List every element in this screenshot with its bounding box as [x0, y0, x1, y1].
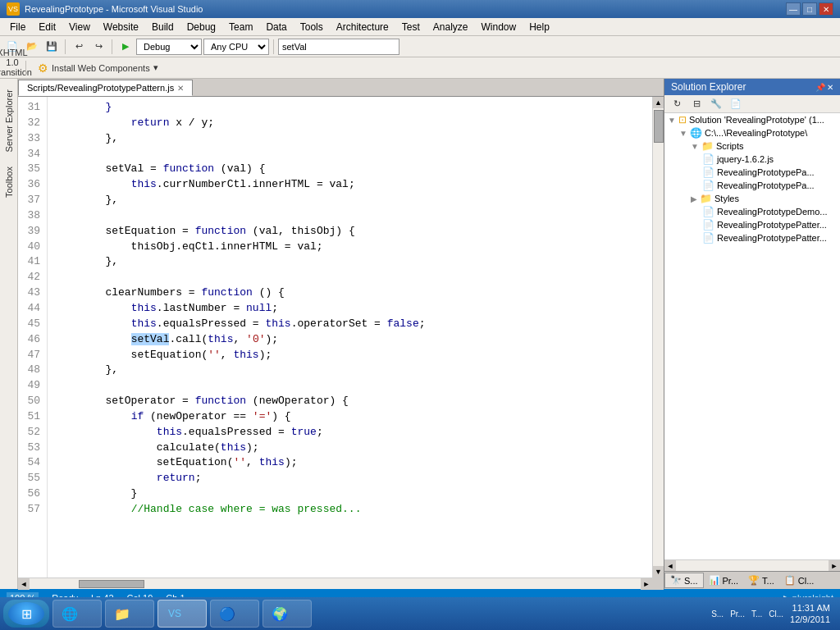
sep4 [25, 61, 26, 75]
xhtml-btn[interactable]: XHTML 1.0 Transition ▾ [3, 59, 21, 77]
scroll-left-btn[interactable]: ◄ [18, 578, 30, 590]
vs-taskbar-btn[interactable]: VS [158, 600, 207, 628]
close-button[interactable]: ✕ [819, 2, 833, 16]
circle-taskbar-btn[interactable]: 🔵 [210, 600, 259, 628]
editor-container: Scripts/RevealingPrototypePattern.js ✕ 3… [18, 79, 664, 589]
horizontal-scrollbar[interactable]: ◄ ► [18, 578, 664, 589]
redo-btn[interactable]: ↪ [89, 38, 107, 56]
cl-tab-label: Cl... [798, 576, 815, 586]
se-close-btn[interactable]: ✕ [827, 83, 833, 92]
se-show-files-btn[interactable]: 📄 [727, 95, 745, 113]
tray-icon-4[interactable]: Cl... [769, 609, 783, 619]
maximize-button[interactable]: □ [802, 2, 817, 16]
scroll-up-btn[interactable]: ▲ [653, 97, 664, 108]
tray-icon-3[interactable]: T... [751, 609, 762, 619]
solution-label: Solution 'RevealingPrototype' (1... [689, 115, 824, 125]
menu-debug[interactable]: Debug [180, 20, 222, 34]
menu-build[interactable]: Build [145, 20, 180, 34]
se-refresh-btn[interactable]: ↻ [668, 95, 686, 113]
menu-data[interactable]: Data [259, 20, 293, 34]
scripts-label: Scripts [716, 141, 744, 151]
scroll-thumb[interactable] [654, 110, 664, 143]
se-scrollbar[interactable]: ◄ ► [664, 559, 840, 571]
scroll-right-btn[interactable]: ► [641, 578, 652, 590]
sep3 [273, 39, 274, 54]
menu-help[interactable]: Help [523, 20, 556, 34]
scroll-down-btn[interactable]: ▼ [653, 566, 664, 578]
ie-taskbar-btn[interactable]: 🌐 [52, 600, 102, 628]
tab-filename: Scripts/RevealingPrototypePattern.js [27, 83, 174, 93]
jquery-file[interactable]: 📄 jquery-1.6.2.js [664, 153, 840, 166]
ie-icon: 🌐 [62, 605, 78, 622]
window-controls[interactable]: — □ ✕ [786, 2, 833, 16]
save-btn[interactable]: 💾 [43, 38, 61, 56]
vs-taskbar-icon: VS [167, 605, 183, 622]
se-header: Solution Explorer 📌 ✕ [664, 79, 840, 95]
project-node[interactable]: ▼ 🌐 C:\...\RevealingPrototype\ [664, 126, 840, 139]
system-clock[interactable]: 11:31 AM 12/9/2011 [790, 602, 837, 626]
revealing1-label: RevealingPrototypePa... [717, 167, 815, 177]
pr-tab[interactable]: 📊 Pr... [704, 573, 744, 587]
solution-node[interactable]: ▼ ⊡ Solution 'RevealingPrototype' (1... [664, 113, 840, 126]
style-file1[interactable]: 📄 RevealingPrototypeDemo... [664, 205, 840, 218]
t-tab-label: T... [762, 576, 774, 586]
se-properties-btn[interactable]: 🔧 [707, 95, 725, 113]
active-tab[interactable]: Scripts/RevealingPrototypePattern.js ✕ [18, 80, 193, 96]
menu-analyze[interactable]: Analyze [427, 20, 475, 34]
se-header-buttons[interactable]: 📌 ✕ [815, 83, 833, 92]
style-file3[interactable]: 📄 RevealingPrototypePatter... [664, 231, 840, 244]
sep1 [65, 39, 66, 54]
menu-tools[interactable]: Tools [294, 20, 330, 34]
tray-icon-1[interactable]: S... [711, 609, 724, 619]
se-tab[interactable]: 🔭 S... [664, 573, 704, 588]
clock-time: 11:31 AM [790, 602, 830, 614]
platform-select[interactable]: Any CPU x86 x64 [203, 39, 269, 55]
install-icon: ⚙ [38, 62, 48, 75]
undo-btn[interactable]: ↩ [70, 38, 88, 56]
menu-view[interactable]: View [62, 20, 97, 34]
menu-website[interactable]: Website [97, 20, 145, 34]
menu-team[interactable]: Team [222, 20, 259, 34]
revealing1-icon: 📄 [702, 167, 714, 178]
style3-icon: 📄 [702, 232, 714, 244]
start-orb: ⊞ [8, 602, 44, 625]
menu-test[interactable]: Test [395, 20, 427, 34]
se-scroll-right[interactable]: ► [829, 560, 840, 572]
se-collapse-btn[interactable]: ⊟ [687, 95, 705, 113]
vertical-scrollbar[interactable]: ▲ ▼ [652, 97, 664, 578]
scripts-folder[interactable]: ▼ 📁 Scripts [664, 139, 840, 153]
revealing-file2[interactable]: 📄 RevealingPrototypePa... [664, 179, 840, 192]
hscroll-thumb[interactable] [79, 580, 144, 588]
code-area[interactable]: 31 32 33 34 35 36 37 38 39 40 41 42 43 4… [18, 97, 664, 578]
menu-architecture[interactable]: Architecture [330, 20, 395, 34]
explorer-taskbar-btn[interactable]: 📁 [105, 600, 154, 628]
app-icon: VS [7, 2, 20, 16]
chrome-icon: 🌍 [272, 605, 288, 622]
debug-mode-select[interactable]: Debug Release [136, 39, 202, 55]
server-explorer-tab[interactable]: Server Explorer [1, 82, 17, 159]
tab-close-btn[interactable]: ✕ [177, 84, 184, 93]
chrome-taskbar-btn[interactable]: 🌍 [262, 600, 312, 628]
se-pin-btn[interactable]: 📌 [815, 83, 825, 92]
start-button[interactable]: ⊞ [3, 600, 49, 628]
sep2 [112, 39, 112, 54]
search-input[interactable] [278, 39, 399, 55]
cl-tab[interactable]: 📋 Cl... [779, 573, 819, 587]
se-scroll-left[interactable]: ◄ [664, 560, 676, 572]
t-tab[interactable]: 🏆 T... [743, 573, 779, 587]
menu-edit[interactable]: Edit [32, 20, 62, 34]
tray-icon-2[interactable]: Pr... [730, 609, 745, 619]
explorer-icon: 📁 [114, 605, 130, 622]
styles-folder[interactable]: ▶ 📁 Styles [664, 192, 840, 205]
revealing-file1[interactable]: 📄 RevealingPrototypePa... [664, 166, 840, 179]
menu-window[interactable]: Window [475, 20, 523, 34]
style-file2[interactable]: 📄 RevealingPrototypePatter... [664, 218, 840, 231]
run-btn[interactable]: ▶ [116, 38, 135, 56]
menu-file[interactable]: File [3, 20, 32, 34]
install-web-components-btn[interactable]: ⚙ Install Web Components ▾ [30, 59, 166, 77]
jquery-icon: 📄 [702, 153, 714, 165]
install-label: Install Web Components [52, 63, 150, 73]
code-editor[interactable]: } return x / y; }, setVal = function (va… [48, 97, 652, 578]
toolbox-tab[interactable]: Toolbox [1, 159, 17, 205]
minimize-button[interactable]: — [786, 2, 801, 16]
